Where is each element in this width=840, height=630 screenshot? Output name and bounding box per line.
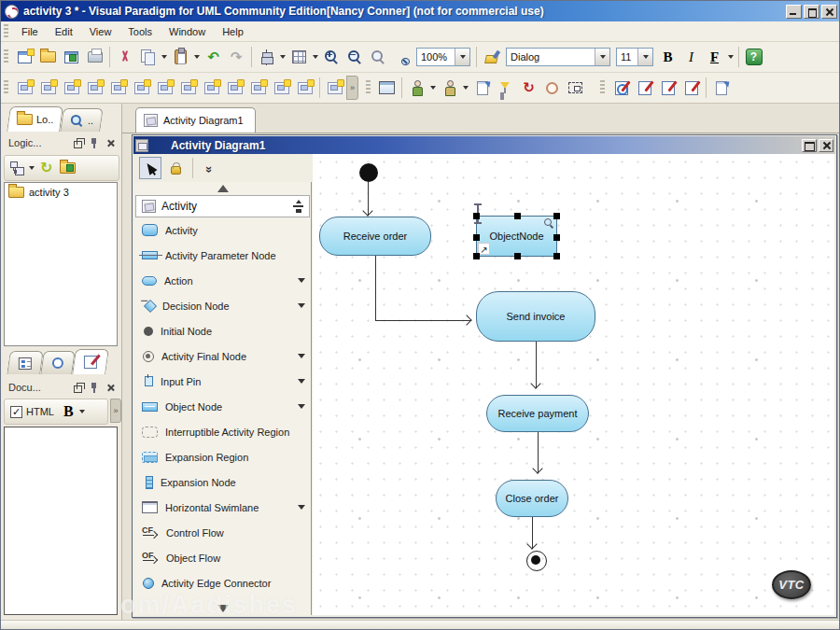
new-timing-diagram-button[interactable]: [270, 77, 293, 100]
palette-item-action[interactable]: Action: [134, 268, 311, 293]
new-usecase-diagram-button[interactable]: [36, 77, 60, 100]
tab-properties[interactable]: [7, 351, 44, 374]
activity-final-node[interactable]: [526, 551, 547, 571]
generate-report-button[interactable]: [470, 77, 494, 100]
zoom-area-button[interactable]: [390, 46, 413, 69]
refresh-icon[interactable]: ↻: [40, 161, 52, 175]
properties-doc-button[interactable]: [709, 77, 733, 100]
new-composite-diagram-button[interactable]: [246, 77, 270, 100]
new-deployment-diagram-button[interactable]: [176, 77, 200, 100]
selection-handle[interactable]: [514, 213, 521, 219]
tab-history[interactable]: [40, 351, 76, 374]
dropdown-arrow-icon[interactable]: [298, 354, 305, 358]
palette-item-object-flow[interactable]: OFObject Flow: [134, 545, 311, 570]
palette-item-input-pin[interactable]: Input Pin: [134, 369, 311, 394]
edit-model-button[interactable]: [656, 77, 679, 100]
palette-item-decision-node[interactable]: Decision Node: [134, 293, 311, 318]
paste-dropdown-arrow-icon[interactable]: [194, 55, 200, 59]
dropdown-arrow-icon[interactable]: [298, 278, 305, 283]
new-activity-diagram-button[interactable]: [130, 77, 153, 100]
palette-item-interruptible-activity-region[interactable]: Interruptible Activity Region: [134, 419, 311, 444]
edit-style-button[interactable]: [609, 77, 633, 100]
copy-button[interactable]: [136, 46, 160, 69]
undo-button[interactable]: ↶: [202, 46, 225, 69]
palette-item-activity-parameter-node[interactable]: Activity Parameter Node: [134, 243, 311, 268]
float-panel-icon[interactable]: [73, 138, 84, 148]
new-package-diagram-button[interactable]: [200, 77, 223, 100]
new-object-diagram-button[interactable]: [223, 77, 246, 100]
nickname-button[interactable]: [494, 77, 517, 100]
minimize-button[interactable]: [786, 5, 802, 19]
dropdown-arrow-icon[interactable]: [298, 379, 305, 384]
float-panel-icon[interactable]: [73, 383, 84, 393]
diagram-canvas[interactable]: Receive order ObjectNode ↗: [313, 154, 834, 615]
add-model-element-button[interactable]: [438, 77, 461, 100]
palette-scroll-up-button[interactable]: [134, 182, 311, 195]
object-node-shape[interactable]: ObjectNode ↗: [476, 216, 557, 257]
model-element-dropdown-arrow-icon[interactable]: [430, 86, 436, 90]
font-size-combo[interactable]: 11: [616, 48, 653, 66]
help-button[interactable]: ?: [742, 46, 765, 69]
close-panel-icon[interactable]: [105, 137, 118, 149]
new-requirement-diagram-button[interactable]: [323, 77, 346, 100]
selection-handle[interactable]: [553, 253, 560, 259]
new-state-diagram-button[interactable]: [106, 77, 130, 100]
new-class-diagram-button[interactable]: [13, 77, 36, 100]
dropdown-arrow-icon[interactable]: [298, 505, 305, 510]
dropdown-arrow-icon[interactable]: [298, 404, 305, 409]
doc-toolbar-overflow-button[interactable]: »: [110, 399, 121, 423]
copy-dropdown-arrow-icon[interactable]: [161, 55, 167, 59]
redo-button[interactable]: ↶: [225, 46, 248, 69]
selection-handle[interactable]: [473, 253, 480, 259]
action-close-order[interactable]: Close order: [496, 480, 568, 517]
save-project-button[interactable]: [60, 46, 83, 69]
grid-button[interactable]: [287, 46, 311, 69]
dropdown-arrow-icon[interactable]: [298, 303, 305, 308]
new-project-button[interactable]: [13, 46, 36, 69]
close-button[interactable]: [821, 5, 837, 19]
palette-item-expansion-node[interactable]: Expansion Node: [134, 469, 311, 495]
palette-item-object-node[interactable]: Object Node: [134, 394, 311, 419]
edit-diagram-button[interactable]: [679, 77, 703, 100]
tab-model-search[interactable]: ..: [61, 108, 105, 132]
alignment-button[interactable]: [255, 46, 278, 69]
control-flow-edge[interactable]: [375, 256, 376, 320]
formats-button[interactable]: [480, 46, 503, 69]
edit-document-button[interactable]: [633, 77, 656, 100]
menu-window[interactable]: Window: [161, 23, 214, 40]
html-checkbox[interactable]: ✓: [10, 406, 22, 418]
selection-handle[interactable]: [473, 213, 480, 219]
close-diagram-button[interactable]: [819, 139, 833, 152]
palette-category-header[interactable]: Activity: [135, 195, 310, 217]
palette-item-activity[interactable]: Activity: [134, 217, 311, 243]
zoom-level-combo[interactable]: 100%: [416, 48, 470, 66]
action-receive-order[interactable]: Receive order: [319, 217, 431, 256]
zoom-in-button[interactable]: [320, 46, 343, 69]
pan-button[interactable]: [367, 46, 390, 69]
new-component-diagram-button[interactable]: [153, 77, 176, 100]
pin-panel-icon[interactable]: [90, 382, 99, 394]
menu-edit[interactable]: Edit: [47, 23, 81, 40]
doc-bold-button[interactable]: B: [63, 403, 74, 420]
selection-handle[interactable]: [473, 234, 480, 241]
font-color-dropdown-arrow-icon[interactable]: [728, 55, 734, 59]
font-name-combo[interactable]: Dialog: [506, 48, 610, 66]
zoom-out-button[interactable]: [343, 46, 367, 69]
palette-item-horizontal-swimlane[interactable]: Horizontal Swimlane: [134, 495, 311, 520]
palette-scroll-down-button[interactable]: [134, 602, 311, 615]
doc-bold-dropdown-arrow-icon[interactable]: [79, 410, 85, 413]
control-flow-edge[interactable]: [375, 320, 471, 321]
italic-button[interactable]: I: [679, 46, 703, 69]
new-communication-diagram-button[interactable]: [83, 77, 106, 100]
font-size-combo-arrow[interactable]: [637, 49, 652, 65]
selection-handle[interactable]: [553, 213, 560, 219]
zoom-combo-arrow[interactable]: [455, 49, 469, 65]
documentation-editor[interactable]: [4, 427, 118, 615]
grid-view-button[interactable]: [375, 77, 399, 100]
grid-dropdown-arrow-icon[interactable]: [313, 55, 318, 59]
splitter-icon[interactable]: [293, 200, 303, 213]
paste-button[interactable]: [169, 46, 192, 69]
add-model-element-dropdown-arrow-icon[interactable]: [463, 86, 469, 90]
tree-item-activity3[interactable]: activity 3: [5, 183, 117, 202]
selection-mode-button[interactable]: [564, 77, 587, 100]
